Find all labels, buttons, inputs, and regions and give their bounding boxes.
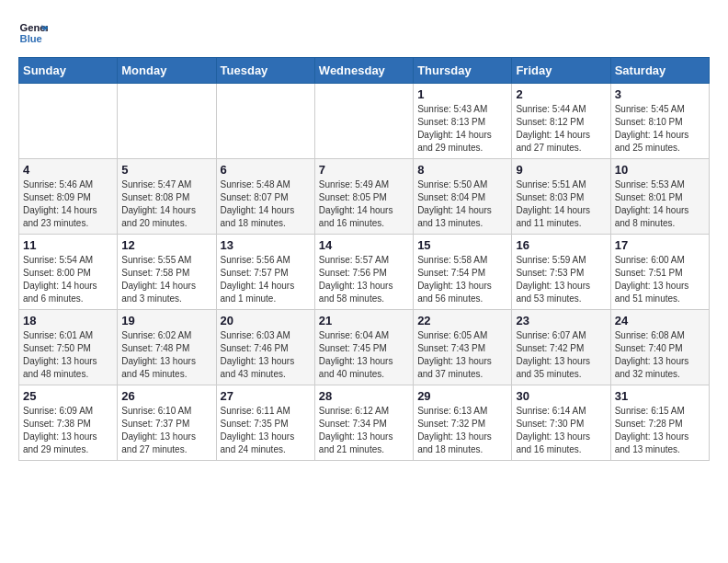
day-info: Sunrise: 6:01 AMSunset: 7:50 PMDaylight:… xyxy=(23,329,113,381)
weekday-header: Friday xyxy=(512,58,610,84)
day-number: 21 xyxy=(319,314,409,327)
day-number: 14 xyxy=(319,238,409,252)
calendar-cell: 28Sunrise: 6:12 AMSunset: 7:34 PMDayligh… xyxy=(314,385,413,461)
day-number: 11 xyxy=(23,238,113,252)
day-number: 27 xyxy=(221,389,311,403)
day-info: Sunrise: 5:51 AMSunset: 8:03 PMDaylight:… xyxy=(516,178,606,230)
calendar-cell: 19Sunrise: 6:02 AMSunset: 7:48 PMDayligh… xyxy=(118,310,216,385)
calendar-cell: 15Sunrise: 5:58 AMSunset: 7:54 PMDayligh… xyxy=(414,235,512,310)
day-number: 15 xyxy=(417,238,507,252)
day-info: Sunrise: 6:09 AMSunset: 7:38 PMDaylight:… xyxy=(23,405,113,456)
calendar-cell: 24Sunrise: 6:08 AMSunset: 7:40 PMDayligh… xyxy=(610,310,709,385)
day-number: 1 xyxy=(417,87,507,101)
calendar-cell: 29Sunrise: 6:13 AMSunset: 7:32 PMDayligh… xyxy=(414,385,512,461)
calendar-week-row: 25Sunrise: 6:09 AMSunset: 7:38 PMDayligh… xyxy=(19,385,710,461)
day-number: 20 xyxy=(221,314,311,327)
day-number: 26 xyxy=(121,389,211,403)
calendar-week-row: 18Sunrise: 6:01 AMSunset: 7:50 PMDayligh… xyxy=(19,310,710,385)
day-info: Sunrise: 5:43 AMSunset: 8:13 PMDaylight:… xyxy=(417,103,507,155)
calendar-cell: 23Sunrise: 6:07 AMSunset: 7:42 PMDayligh… xyxy=(512,310,610,385)
calendar-cell: 1Sunrise: 5:43 AMSunset: 8:13 PMDaylight… xyxy=(414,84,512,159)
day-info: Sunrise: 6:02 AMSunset: 7:48 PMDaylight:… xyxy=(121,329,211,381)
calendar-cell xyxy=(216,84,314,159)
day-info: Sunrise: 5:48 AMSunset: 8:07 PMDaylight:… xyxy=(221,178,311,230)
calendar-table: SundayMondayTuesdayWednesdayThursdayFrid… xyxy=(18,57,710,461)
calendar-cell: 25Sunrise: 6:09 AMSunset: 7:38 PMDayligh… xyxy=(19,385,118,461)
calendar-cell: 4Sunrise: 5:46 AMSunset: 8:09 PMDaylight… xyxy=(19,159,118,235)
day-number: 7 xyxy=(319,163,409,177)
calendar-week-row: 4Sunrise: 5:46 AMSunset: 8:09 PMDaylight… xyxy=(19,159,710,235)
day-number: 5 xyxy=(121,163,211,177)
calendar-cell xyxy=(19,84,118,159)
calendar-cell: 31Sunrise: 6:15 AMSunset: 7:28 PMDayligh… xyxy=(610,385,709,461)
day-number: 23 xyxy=(516,314,606,327)
svg-text:Blue: Blue xyxy=(20,33,42,44)
logo-icon: General Blue xyxy=(18,18,48,48)
day-number: 2 xyxy=(516,87,606,101)
calendar-cell: 16Sunrise: 5:59 AMSunset: 7:53 PMDayligh… xyxy=(512,235,610,310)
calendar-cell xyxy=(314,84,413,159)
weekday-header: Saturday xyxy=(610,58,709,84)
day-number: 10 xyxy=(615,163,705,177)
calendar-cell: 17Sunrise: 6:00 AMSunset: 7:51 PMDayligh… xyxy=(610,235,709,310)
calendar-week-row: 11Sunrise: 5:54 AMSunset: 8:00 PMDayligh… xyxy=(19,235,710,310)
day-info: Sunrise: 6:14 AMSunset: 7:30 PMDaylight:… xyxy=(516,405,606,456)
day-info: Sunrise: 6:12 AMSunset: 7:34 PMDaylight:… xyxy=(319,405,409,456)
day-info: Sunrise: 6:11 AMSunset: 7:35 PMDaylight:… xyxy=(221,405,311,456)
day-number: 9 xyxy=(516,163,606,177)
calendar-cell: 14Sunrise: 5:57 AMSunset: 7:56 PMDayligh… xyxy=(314,235,413,310)
day-info: Sunrise: 6:08 AMSunset: 7:40 PMDaylight:… xyxy=(615,329,705,381)
day-info: Sunrise: 6:07 AMSunset: 7:42 PMDaylight:… xyxy=(516,329,606,381)
day-info: Sunrise: 5:50 AMSunset: 8:04 PMDaylight:… xyxy=(417,178,507,230)
calendar-cell: 11Sunrise: 5:54 AMSunset: 8:00 PMDayligh… xyxy=(19,235,118,310)
calendar-cell: 2Sunrise: 5:44 AMSunset: 8:12 PMDaylight… xyxy=(512,84,610,159)
day-number: 4 xyxy=(23,163,113,177)
day-number: 25 xyxy=(23,389,113,403)
calendar-cell: 6Sunrise: 5:48 AMSunset: 8:07 PMDaylight… xyxy=(216,159,314,235)
weekday-header: Sunday xyxy=(19,58,118,84)
calendar-cell: 3Sunrise: 5:45 AMSunset: 8:10 PMDaylight… xyxy=(610,84,709,159)
weekday-header-row: SundayMondayTuesdayWednesdayThursdayFrid… xyxy=(19,58,710,84)
day-info: Sunrise: 5:56 AMSunset: 7:57 PMDaylight:… xyxy=(221,254,311,305)
day-info: Sunrise: 5:45 AMSunset: 8:10 PMDaylight:… xyxy=(615,103,705,155)
day-number: 16 xyxy=(516,238,606,252)
day-number: 8 xyxy=(417,163,507,177)
day-number: 31 xyxy=(615,389,705,403)
day-number: 29 xyxy=(417,389,507,403)
day-number: 17 xyxy=(615,238,705,252)
day-number: 22 xyxy=(417,314,507,327)
day-number: 6 xyxy=(221,163,311,177)
calendar-cell: 30Sunrise: 6:14 AMSunset: 7:30 PMDayligh… xyxy=(512,385,610,461)
day-info: Sunrise: 6:03 AMSunset: 7:46 PMDaylight:… xyxy=(221,329,311,381)
day-info: Sunrise: 5:57 AMSunset: 7:56 PMDaylight:… xyxy=(319,254,409,305)
day-info: Sunrise: 5:58 AMSunset: 7:54 PMDaylight:… xyxy=(417,254,507,305)
calendar-cell: 13Sunrise: 5:56 AMSunset: 7:57 PMDayligh… xyxy=(216,235,314,310)
day-info: Sunrise: 5:49 AMSunset: 8:05 PMDaylight:… xyxy=(319,178,409,230)
day-info: Sunrise: 6:15 AMSunset: 7:28 PMDaylight:… xyxy=(615,405,705,456)
day-number: 30 xyxy=(516,389,606,403)
day-info: Sunrise: 6:00 AMSunset: 7:51 PMDaylight:… xyxy=(615,254,705,305)
calendar-cell: 9Sunrise: 5:51 AMSunset: 8:03 PMDaylight… xyxy=(512,159,610,235)
calendar-cell: 21Sunrise: 6:04 AMSunset: 7:45 PMDayligh… xyxy=(314,310,413,385)
day-info: Sunrise: 5:59 AMSunset: 7:53 PMDaylight:… xyxy=(516,254,606,305)
calendar-cell: 27Sunrise: 6:11 AMSunset: 7:35 PMDayligh… xyxy=(216,385,314,461)
calendar-cell: 26Sunrise: 6:10 AMSunset: 7:37 PMDayligh… xyxy=(118,385,216,461)
weekday-header: Thursday xyxy=(414,58,512,84)
day-info: Sunrise: 5:44 AMSunset: 8:12 PMDaylight:… xyxy=(516,103,606,155)
day-info: Sunrise: 5:54 AMSunset: 8:00 PMDaylight:… xyxy=(23,254,113,305)
day-number: 18 xyxy=(23,314,113,327)
day-number: 12 xyxy=(121,238,211,252)
day-info: Sunrise: 5:46 AMSunset: 8:09 PMDaylight:… xyxy=(23,178,113,230)
calendar-cell: 8Sunrise: 5:50 AMSunset: 8:04 PMDaylight… xyxy=(414,159,512,235)
calendar-cell xyxy=(118,84,216,159)
day-number: 3 xyxy=(615,87,705,101)
page-header: General Blue xyxy=(18,18,710,48)
day-info: Sunrise: 6:04 AMSunset: 7:45 PMDaylight:… xyxy=(319,329,409,381)
calendar-cell: 18Sunrise: 6:01 AMSunset: 7:50 PMDayligh… xyxy=(19,310,118,385)
day-info: Sunrise: 5:55 AMSunset: 7:58 PMDaylight:… xyxy=(121,254,211,305)
calendar-cell: 22Sunrise: 6:05 AMSunset: 7:43 PMDayligh… xyxy=(414,310,512,385)
calendar-cell: 10Sunrise: 5:53 AMSunset: 8:01 PMDayligh… xyxy=(610,159,709,235)
calendar-cell: 20Sunrise: 6:03 AMSunset: 7:46 PMDayligh… xyxy=(216,310,314,385)
logo: General Blue xyxy=(18,18,48,48)
day-info: Sunrise: 6:05 AMSunset: 7:43 PMDaylight:… xyxy=(417,329,507,381)
